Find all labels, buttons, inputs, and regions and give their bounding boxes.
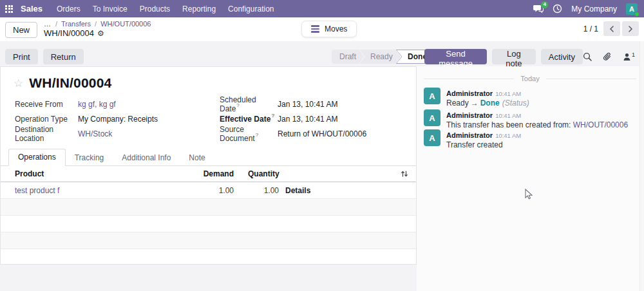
moves-button-label: Moves: [325, 24, 347, 33]
followers-count: 1: [632, 52, 635, 58]
activity-button[interactable]: Activity: [541, 49, 583, 64]
status-ready[interactable]: Ready: [359, 50, 401, 64]
form-actions: Print Return: [5, 49, 84, 64]
menu-reporting[interactable]: Reporting: [182, 5, 216, 14]
user-avatar[interactable]: A: [626, 3, 638, 15]
message-author[interactable]: Administrator: [446, 111, 493, 119]
notebook-tabs: Operations Tracking Additional Info Note: [1, 150, 416, 166]
breadcrumb-current: WH/IN/00004: [44, 29, 94, 38]
messages-badge: 4: [541, 1, 548, 8]
message-body: Transfer created: [446, 140, 521, 150]
field-value-source-document[interactable]: Return of WH/OUT/00006: [278, 129, 366, 138]
chatter-message: A Administrator10:41 AM Ready→Done(Statu…: [424, 88, 638, 108]
menu-products[interactable]: Products: [140, 5, 170, 14]
user-avatar-letter: A: [629, 5, 634, 13]
field-label-destination-location: Destination Location: [15, 125, 78, 143]
pager: 1 / 1: [583, 21, 639, 36]
message-body: This transfer has been created from: WH/…: [446, 120, 628, 130]
breadcrumb-parent-record[interactable]: WH/OUT/00006: [100, 20, 151, 28]
fields-right-column: Scheduled Date? Jan 13, 10:41 AM Effecti…: [220, 97, 366, 141]
new-button[interactable]: New: [5, 22, 37, 38]
tab-operations[interactable]: Operations: [8, 149, 66, 166]
help-marker: ?: [271, 113, 274, 118]
message-author[interactable]: Administrator: [446, 89, 493, 97]
help-marker: ?: [256, 132, 258, 138]
message-text: This transfer has been created from:: [446, 120, 573, 129]
quantity-value: 1.00: [234, 186, 279, 195]
record-title: WH/IN/00004: [29, 75, 111, 91]
menu-to-invoice[interactable]: To Invoice: [93, 5, 128, 14]
date-divider: Today: [424, 75, 636, 82]
chatter-message: A Administrator10:41 AM Transfer created: [424, 129, 638, 150]
source-record-link[interactable]: WH/OUT/00006: [573, 120, 628, 129]
field-value-receive-from[interactable]: kg gf, kg gf: [78, 100, 116, 109]
status-from: Ready: [446, 99, 469, 108]
column-header-demand[interactable]: Demand: [187, 169, 234, 178]
column-header-quantity[interactable]: Quantity: [234, 169, 279, 178]
status-field-note: (Status): [502, 99, 529, 108]
pager-value: 1 / 1: [583, 24, 598, 33]
field-value-operation-type[interactable]: My Company: Receipts: [78, 115, 158, 124]
message-author[interactable]: Administrator: [446, 131, 493, 139]
breadcrumb-separator: /: [95, 20, 97, 28]
form-sheet: ☆ WH/IN/00004 Receive From kg gf, kg gf …: [0, 66, 417, 265]
tab-additional-info[interactable]: Additional Info: [113, 150, 180, 166]
field-value-scheduled-date[interactable]: Jan 13, 10:41 AM: [278, 100, 337, 109]
message-text: Transfer created: [446, 140, 503, 149]
product-link[interactable]: test product f: [1, 186, 187, 195]
menu-configuration[interactable]: Configuration: [228, 5, 274, 14]
print-button[interactable]: Print: [5, 49, 38, 64]
send-message-button[interactable]: Send message: [424, 49, 487, 64]
tab-note[interactable]: Note: [180, 150, 214, 166]
moves-button[interactable]: Moves: [301, 21, 357, 37]
company-switcher[interactable]: My Company: [571, 5, 617, 14]
column-header-product[interactable]: Product: [1, 169, 187, 178]
empty-row: [1, 232, 416, 249]
apps-grid-icon[interactable]: [5, 5, 13, 13]
status-to: Done: [480, 99, 500, 108]
help-marker: ?: [236, 102, 239, 108]
field-label-receive-from: Receive From: [15, 100, 78, 109]
attachment-paperclip-icon[interactable]: [603, 52, 612, 62]
favorite-star-icon[interactable]: ☆: [14, 78, 23, 89]
field-label-operation-type: Operation Type: [15, 115, 78, 124]
details-button[interactable]: Details: [279, 186, 393, 195]
tab-tracking[interactable]: Tracking: [66, 150, 113, 166]
demand-value: 1.00: [187, 186, 234, 195]
breadcrumb-separator: /: [55, 20, 57, 28]
chatter-message: A Administrator10:41 AM This transfer ha…: [424, 109, 638, 130]
optional-columns-icon[interactable]: [393, 170, 416, 178]
topbar-right: 4 My Company A: [533, 3, 638, 15]
pager-previous-button[interactable]: [603, 21, 620, 36]
field-label-source-document: Source Document?: [220, 125, 278, 143]
messages-icon[interactable]: 4: [533, 5, 544, 14]
field-value-destination-location[interactable]: WH/Stock: [78, 129, 112, 138]
table-row[interactable]: test product f 1.00 1.00 Details: [1, 182, 416, 199]
breadcrumb-transfers[interactable]: Transfers: [61, 20, 91, 28]
control-panel: New … / Transfers / WH/OUT/00006 WH/IN/0…: [0, 17, 644, 41]
operations-table: Product Demand Quantity test product f 1…: [1, 166, 416, 263]
status-draft[interactable]: Draft: [332, 50, 364, 64]
message-avatar: A: [424, 109, 440, 126]
return-button[interactable]: Return: [43, 49, 84, 64]
field-label-effective-date: Effective Date?: [220, 115, 278, 124]
log-note-button[interactable]: Log note: [492, 49, 536, 64]
table-header-row: Product Demand Quantity: [1, 166, 416, 182]
menu-orders[interactable]: Orders: [57, 5, 80, 14]
field-label-scheduled-date: Scheduled Date?: [220, 95, 278, 113]
online-status-dot: [634, 12, 639, 17]
field-value-effective-date[interactable]: Jan 13, 10:41 AM: [278, 115, 337, 124]
message-time: 10:41 AM: [495, 90, 521, 97]
followers-icon[interactable]: 1: [623, 53, 635, 61]
activity-clock-icon[interactable]: [553, 4, 562, 14]
app-name[interactable]: Sales: [21, 4, 43, 14]
scrollbar[interactable]: [639, 41, 644, 291]
search-messages-icon[interactable]: [583, 52, 592, 61]
date-divider-label: Today: [520, 75, 539, 82]
fields-left-column: Receive From kg gf, kg gf Operation Type…: [15, 97, 158, 141]
pager-next-button[interactable]: [622, 21, 639, 36]
breadcrumb-more[interactable]: …: [44, 20, 52, 28]
gear-icon[interactable]: ⚙: [97, 29, 104, 38]
arrow-right-icon: →: [471, 99, 478, 108]
breadcrumb: … / Transfers / WH/OUT/00006 WH/IN/00004…: [44, 19, 151, 38]
